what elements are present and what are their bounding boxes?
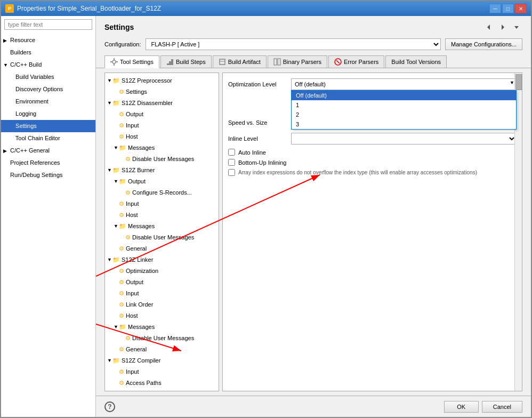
tool-tree-disasm-input[interactable]: ⚙ Input <box>105 120 219 131</box>
toolbar-icons <box>483 21 522 33</box>
content-area: ▼ 📁 S12Z Preprocessor ⚙ Settings ▼ 📁 S12… <box>96 68 531 396</box>
input-icon: ⚙ <box>119 367 124 376</box>
expand-icon <box>9 134 14 143</box>
tool-tree-disasm-disable-user-messages[interactable]: ⚙ Disable User Messages <box>105 154 219 165</box>
tab-build-tool-versions[interactable]: Build Tool Versions <box>385 55 447 68</box>
tab-build-artifact[interactable]: Build Artifact <box>213 55 267 68</box>
dropdown-option-off-default[interactable]: Off (default) <box>292 91 516 100</box>
sidebar-item-project-references[interactable]: Project References <box>1 157 95 169</box>
forward-button[interactable] <box>497 21 509 33</box>
bottom-bar: ? OK Cancel <box>96 396 531 417</box>
tool-tree-item-label: Disable User Messages <box>132 233 194 242</box>
sidebar-item-build-variables[interactable]: Build Variables <box>1 71 95 83</box>
tool-tree-linker-input[interactable]: ⚙ Input <box>105 288 219 299</box>
tool-tree-burner-configure-s-records[interactable]: ⚙ Configure S-Records... <box>105 187 219 198</box>
sidebar-item-tool-chain-editor[interactable]: Tool Chain Editor <box>1 132 95 144</box>
svg-rect-14 <box>278 59 280 65</box>
sidebar-item-label: Environment <box>15 98 49 104</box>
sidebar-item-label: Logging <box>15 110 36 117</box>
svg-rect-6 <box>110 61 112 62</box>
gear-icon <box>110 58 118 66</box>
optimization-level-container: Off (default) 1 2 3 ▼ Off (default) 1 2 <box>291 78 517 90</box>
tool-tree-linker-messages[interactable]: ▼ 📁 Messages <box>105 321 219 333</box>
sidebar-item-settings[interactable]: Settings <box>1 120 95 132</box>
tab-tool-settings[interactable]: Tool Settings <box>104 55 159 68</box>
tool-tree-burner-input[interactable]: ⚙ Input <box>105 198 219 210</box>
tool-tree-s12z-burner[interactable]: ▼ 📁 S12Z Burner <box>105 165 219 176</box>
cancel-button[interactable]: Cancel <box>482 401 522 413</box>
sidebar-item-logging[interactable]: Logging <box>1 108 95 120</box>
auto-inline-checkbox[interactable] <box>228 149 235 156</box>
config-select[interactable]: FLASH-P [ Active ] <box>146 38 441 50</box>
tool-tree-linker-host[interactable]: ⚙ Host <box>105 310 219 321</box>
sidebar-item-cpp-build[interactable]: ▼ C/C++ Build <box>1 59 95 71</box>
tool-tree-linker-disable-user-messages[interactable]: ⚙ Disable User Messages <box>105 333 219 344</box>
help-button[interactable]: ? <box>104 401 115 412</box>
parsers-icon <box>273 58 281 66</box>
sidebar-item-label: Run/Debug Settings <box>10 172 62 178</box>
tab-binary-parsers[interactable]: Binary Parsers <box>268 55 327 68</box>
bottom-up-inlining-row: Bottom-Up Inlining <box>228 159 517 166</box>
expand-icon <box>3 171 9 180</box>
forward-icon <box>499 23 506 31</box>
manage-configurations-button[interactable]: Manage Configurations... <box>445 38 522 50</box>
tab-binary-parsers-label: Binary Parsers <box>283 59 321 65</box>
sidebar-item-run-debug-settings[interactable]: Run/Debug Settings <box>1 169 95 181</box>
tool-tree-linker-optimization[interactable]: ⚙ Optimization <box>105 266 219 277</box>
dropdown-option-1[interactable]: 1 <box>292 100 516 110</box>
options-panel: Optimization Level Off (default) 1 2 3 ▼ <box>222 73 522 391</box>
tool-tree-linker-link-order[interactable]: ⚙ Link Order <box>105 299 219 310</box>
tool-tree-burner-host[interactable]: ⚙ Host <box>105 210 219 221</box>
expand-icon: ▼ <box>3 60 9 70</box>
input-icon: ⚙ <box>119 121 124 130</box>
sidebar-item-builders[interactable]: Builders <box>1 46 95 59</box>
tab-error-parsers[interactable]: Error Parsers <box>328 55 384 68</box>
sidebar-item-resource[interactable]: ▶ Resource <box>1 34 95 46</box>
disable-msg-icon: ⚙ <box>125 233 131 242</box>
tool-tree-s12z-linker[interactable]: ▼ 📁 S12Z Linker <box>105 254 219 266</box>
tool-tree-item-label: Optimization <box>126 267 158 276</box>
tool-tree-disasm-messages[interactable]: ▼ 📁 Messages <box>105 142 219 154</box>
tool-tree-disasm-output[interactable]: ⚙ Output <box>105 109 219 120</box>
close-button[interactable]: ✕ <box>515 4 527 13</box>
maximize-button[interactable]: □ <box>502 4 514 13</box>
array-index-checkbox[interactable] <box>228 169 235 176</box>
tool-tree-burner-disable-user-messages[interactable]: ⚙ Disable User Messages <box>105 232 219 243</box>
tool-tree-burner-output[interactable]: ▼ 📁 Output <box>105 176 219 187</box>
inline-level-select[interactable] <box>291 133 517 144</box>
sidebar-item-cpp-general[interactable]: ▶ C/C++ General <box>1 144 95 157</box>
scrollbar-thumb[interactable] <box>515 74 522 90</box>
dropdown-option-3[interactable]: 3 <box>292 119 516 129</box>
expand-icon <box>9 122 14 131</box>
tool-tree-s12z-preprocessor[interactable]: ▼ 📁 S12Z Preprocessor <box>105 75 219 86</box>
minimize-button[interactable]: ─ <box>489 4 501 13</box>
sidebar-item-discovery-options[interactable]: Discovery Options <box>1 83 95 95</box>
svg-point-3 <box>112 60 116 63</box>
dropdown-option-2[interactable]: 2 <box>292 110 516 119</box>
tab-build-steps[interactable]: Build Steps <box>160 55 212 68</box>
tool-tree-compiler-access-paths[interactable]: ⚙ Access Paths <box>105 377 219 389</box>
tool-tree-compiler-input[interactable]: ⚙ Input <box>105 366 219 377</box>
filter-input[interactable] <box>4 19 92 30</box>
tool-tree-item-label: General <box>126 244 147 253</box>
ok-button[interactable]: OK <box>444 401 479 413</box>
tab-build-artifact-label: Build Artifact <box>228 59 261 65</box>
array-index-row: Array index expressions do not overflow … <box>228 169 517 176</box>
tool-tree-s12z-compiler[interactable]: ▼ 📁 S12Z Compiler <box>105 355 219 366</box>
dropdown-button[interactable] <box>511 21 522 33</box>
sidebar-item-environment[interactable]: Environment <box>1 95 95 108</box>
bottom-up-inlining-checkbox[interactable] <box>228 159 235 166</box>
back-button[interactable] <box>483 21 495 33</box>
tool-tree-item-label: S12Z Disassembler <box>122 99 173 108</box>
tool-tree-compiler-warnings[interactable]: ⚙ Warnings <box>105 389 219 391</box>
tool-tree-preprocessor-settings[interactable]: ⚙ Settings <box>105 86 219 98</box>
tool-tree-linker-general[interactable]: ⚙ General <box>105 344 219 355</box>
tool-tree-linker-output[interactable]: ⚙ Output <box>105 277 219 288</box>
tool-tree-burner-messages[interactable]: ▼ 📁 Messages <box>105 221 219 232</box>
optimization-level-select[interactable]: Off (default) 1 2 3 <box>291 78 517 90</box>
tool-tree-burner-general[interactable]: ⚙ General <box>105 243 219 254</box>
tool-tree: ▼ 📁 S12Z Preprocessor ⚙ Settings ▼ 📁 S12… <box>104 73 219 391</box>
tool-tree-s12z-disassembler[interactable]: ▼ 📁 S12Z Disassembler <box>105 98 219 109</box>
back-icon <box>485 23 493 31</box>
tool-tree-disasm-host[interactable]: ⚙ Host <box>105 131 219 142</box>
